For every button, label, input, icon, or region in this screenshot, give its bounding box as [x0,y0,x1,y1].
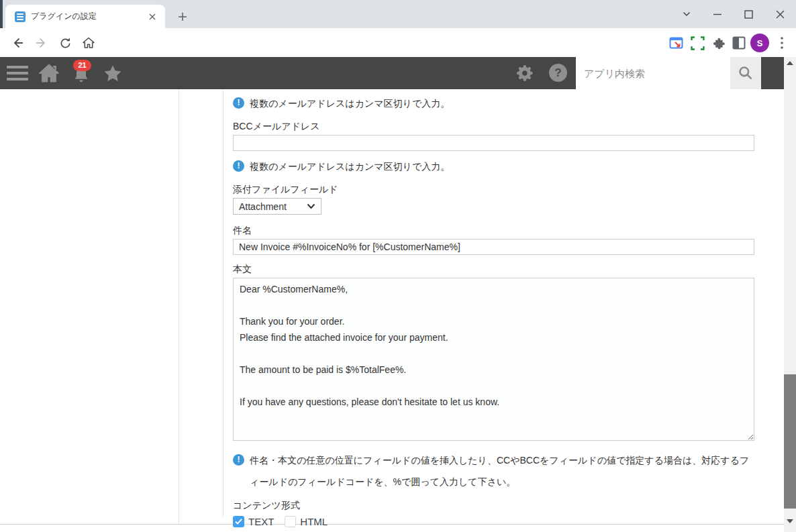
reload-icon[interactable] [56,34,74,52]
profile-avatar[interactable]: S [750,34,769,52]
body-textarea[interactable]: Dear %CustomerName%, Thank you for your … [233,278,754,441]
attachment-label: 添付ファイルフィールド [233,182,754,196]
check-icon [235,519,242,525]
scroll-down-arrow-icon[interactable] [787,519,793,523]
cc-email-note: ! 複数のメールアドレスはカンマ区切りで入力。 [233,97,754,111]
html-checkbox[interactable] [285,516,296,527]
menu-hamburger-icon[interactable] [7,66,30,81]
content-format-options: TEXT HTML [233,516,754,527]
forward-icon[interactable] [32,34,51,52]
bcc-label: BCCメールアドレス [233,119,754,133]
subject-input[interactable] [233,239,754,255]
plugin-config-page: ! 複数のメールアドレスはカンマ区切りで入力。 BCCメールアドレス ! 複数の… [0,89,784,532]
mail-settings-form: ! 複数のメールアドレスはカンマ区切りで入力。 BCCメールアドレス ! 複数の… [233,89,754,527]
theme-toggle-extension-icon[interactable] [730,34,748,52]
minimize-button[interactable] [707,4,728,24]
bcc-email-note: ! 複数のメールアドレスはカンマ区切りで入力。 [233,160,754,174]
scrollbar-thumb[interactable] [784,374,796,509]
window-edge [0,0,3,28]
info-icon: ! [233,160,244,172]
tab-search-chevron-icon[interactable] [676,4,697,24]
sidebar-extension-icon[interactable] [667,34,685,52]
back-icon[interactable] [8,34,27,52]
form-panel-border [223,89,223,517]
extensions-puzzle-icon[interactable] [709,34,727,52]
capture-extension-icon[interactable] [689,34,706,52]
content-format-label: コンテンツ形式 [233,498,754,512]
favorites-star-icon[interactable] [102,64,123,84]
scroll-up-arrow-icon[interactable] [787,61,793,65]
sidebar-divider [179,89,179,524]
settings-gear-icon[interactable] [516,64,535,83]
magnifier-icon [737,64,754,82]
chevron-down-icon [307,203,315,209]
html-checkbox-label[interactable]: HTML [300,516,328,527]
field-code-note: ! 件名・本文の任意の位置にフィールドの値を挿入したり、CCやBCCをフィールド… [233,449,754,492]
subject-label: 件名 [233,223,754,237]
browser-tab[interactable]: プラグインの設定 [5,5,165,28]
notification-badge: 21 [73,60,91,71]
search-button[interactable] [730,57,761,89]
attachment-select[interactable]: Attachment [233,198,321,215]
tab-title: プラグインの設定 [31,11,146,22]
plugin-favicon-icon [15,11,26,22]
page-scrollbar[interactable] [784,57,796,532]
window-title-bar: プラグインの設定 [0,0,796,28]
body-label: 本文 [233,262,754,276]
info-icon: ! [233,97,244,109]
home-icon[interactable] [79,34,98,52]
app-header: 21 ? [0,57,784,89]
bcc-input[interactable] [233,135,754,151]
tab-close-icon[interactable] [146,11,158,23]
portal-home-icon[interactable] [39,64,59,83]
info-icon: ! [233,454,244,466]
app-search-input[interactable] [576,57,730,89]
browser-toolbar: pandafirm.cybozu.com/k/admin/app/1816/pl… [0,28,796,57]
close-window-button[interactable] [769,4,791,24]
help-icon[interactable]: ? [549,64,567,82]
browser-menu-icon[interactable] [773,34,791,52]
new-tab-button[interactable] [173,7,192,26]
text-checkbox-label[interactable]: TEXT [248,516,274,527]
maximize-button[interactable] [738,4,759,24]
text-checkbox[interactable] [233,516,244,527]
